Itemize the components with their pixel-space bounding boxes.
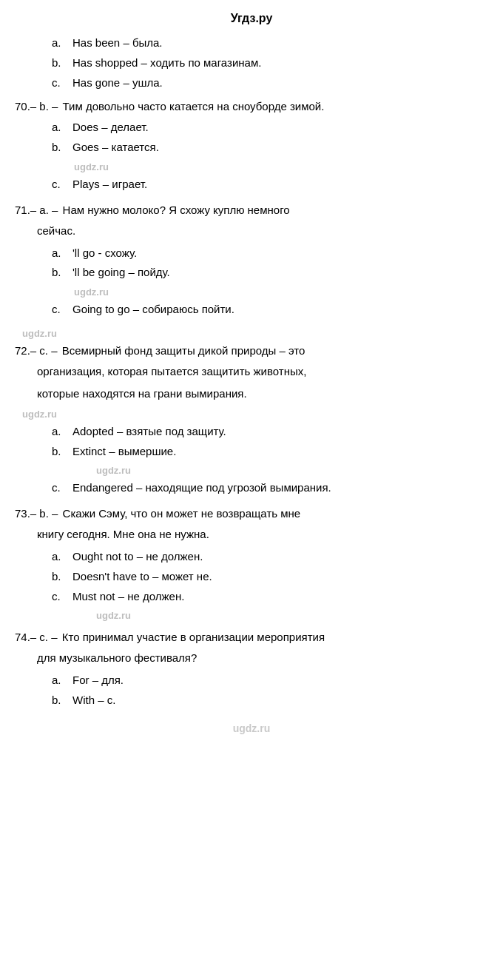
q72-options: a. Adopted – взятые под защиту. b. Extin… <box>52 423 488 497</box>
question-number: 74.– с. – <box>15 628 58 646</box>
watermark-text: ugdz.ru <box>233 722 271 734</box>
question-line: 70.– b. – Тим довольно часто катается на… <box>15 98 488 115</box>
list-item: c. Has gone – ушла. <box>52 74 488 93</box>
list-item: a. Ought not to – не должен. <box>52 548 488 566</box>
option-text: Endangered – находящие под угрозой вымир… <box>72 479 488 497</box>
option-text: Ought not to – не должен. <box>72 548 488 566</box>
list-item: c. Going to go – собираюсь пойти. <box>52 301 488 319</box>
question-line: 71.– a. – Нам нужно молоко? Я схожу купл… <box>15 201 488 219</box>
option-text: 'll go - схожу. <box>72 244 488 263</box>
option-letter: a. <box>52 118 72 137</box>
list-item: b. Goes – катается. <box>52 138 488 157</box>
option-letter: b. <box>52 54 72 73</box>
question-number: 72.– с. – <box>15 342 58 360</box>
question-continuation: организация, которая пытается защитить ж… <box>15 363 488 380</box>
q69-options: a. Has been – была. b. Has shopped – ход… <box>52 34 488 92</box>
question-74: 74.– с. – Кто принимал участие в организ… <box>15 628 488 710</box>
option-letter: a. <box>52 244 72 263</box>
watermark-text: ugdz.ru <box>22 409 57 420</box>
q74-options: a. For – для. b. With – с. <box>52 671 488 710</box>
question-continuation: книгу сегодня. Мне она не нужна. <box>15 526 488 543</box>
question-71: 71.– a. – Нам нужно молоко? Я схожу купл… <box>15 201 488 319</box>
option-text: For – для. <box>72 671 488 690</box>
option-letter: c. <box>52 301 72 319</box>
option-letter: b. <box>52 691 72 710</box>
option-letter: c. <box>52 175 72 194</box>
option-letter: c. <box>52 479 72 497</box>
question-line: 74.– с. – Кто принимал участие в организ… <box>15 628 488 646</box>
question-continuation: сейчас. <box>15 222 488 240</box>
watermark-text: ugdz.ru <box>96 465 131 476</box>
footer-watermark: ugdz.ru <box>15 722 488 742</box>
list-item: a. Adopted – взятые под защиту. <box>52 423 488 441</box>
option-letter: a. <box>52 548 72 566</box>
option-text: Has shopped – ходить по магазинам. <box>72 54 488 73</box>
watermark-text: ugdz.ru <box>74 161 109 172</box>
question-continuation: для музыкального фестиваля? <box>15 649 488 667</box>
list-item: a. Does – делает. <box>52 118 488 137</box>
list-item: a. For – для. <box>52 671 488 690</box>
question-line: 73.– b. – Скажи Сэму, что он может не во… <box>15 505 488 523</box>
list-item: a. Has been – была. <box>52 34 488 53</box>
q73-options: a. Ought not to – не должен. b. Doesn't … <box>52 548 488 621</box>
option-text: 'll be going – пойду. <box>72 264 488 282</box>
q70-options: a. Does – делает. b. Goes – катается. ug… <box>52 118 488 193</box>
question-continuation2: которые находятся на грани вымирания. <box>15 385 488 403</box>
list-item: b. Extinct – вымершие. <box>52 443 488 461</box>
option-letter: b. <box>52 264 72 282</box>
option-letter: a. <box>52 34 72 53</box>
option-letter: a. <box>52 671 72 690</box>
site-title: Угдз.ру <box>15 7 488 25</box>
question-70: 70.– b. – Тим довольно часто катается на… <box>15 98 488 193</box>
question-number: 73.– b. – <box>15 505 58 523</box>
question-number: 70.– b. – <box>15 98 58 115</box>
watermark-text: ugdz.ru <box>22 328 57 339</box>
list-item: c. Endangered – находящие под угрозой вы… <box>52 479 488 497</box>
list-item: c. Must not – не должен. <box>52 588 488 606</box>
watermark-text: ugdz.ru <box>96 610 131 621</box>
list-item: b. 'll be going – пойду. <box>52 264 488 282</box>
watermark-left: ugdz.ru <box>22 326 488 339</box>
option-text: Extinct – вымершие. <box>72 443 488 461</box>
question-number: 71.– a. – <box>15 201 58 219</box>
option-letter: a. <box>52 423 72 441</box>
option-text: Goes – катается. <box>72 138 488 157</box>
question-line: 72.– с. – Всемирный фонд защиты дикой пр… <box>15 342 488 360</box>
question-text: Тим довольно часто катается на сноуборде… <box>63 98 488 115</box>
option-letter: b. <box>52 443 72 461</box>
q71-options: a. 'll go - схожу. b. 'll be going – пой… <box>52 244 488 319</box>
option-letter: c. <box>52 588 72 606</box>
option-text: Has gone – ушла. <box>72 74 488 93</box>
list-item: b. With – с. <box>52 691 488 710</box>
question-text: Кто принимал участие в организации мероп… <box>62 628 488 646</box>
option-letter: c. <box>52 74 72 93</box>
option-text: Going to go – собираюсь пойти. <box>72 301 488 319</box>
option-letter: b. <box>52 568 72 586</box>
watermark-inline2: ugdz.ru <box>96 608 488 621</box>
option-text: Doesn't have to – может не. <box>72 568 488 586</box>
watermark-text: ugdz.ru <box>74 286 109 298</box>
list-item: b. Has shopped – ходить по магазинам. <box>52 54 488 73</box>
list-item: a. 'll go - схожу. <box>52 244 488 263</box>
option-letter: b. <box>52 138 72 157</box>
option-text: Must not – не должен. <box>72 588 488 606</box>
watermark-left2: ugdz.ru <box>22 407 488 420</box>
watermark-inline: ugdz.ru <box>74 160 488 172</box>
option-text: Does – делает. <box>72 118 488 137</box>
list-item: b. Doesn't have to – может не. <box>52 568 488 586</box>
option-text: With – с. <box>72 691 488 710</box>
watermark-inline: ugdz.ru <box>96 463 488 476</box>
option-text: Has been – была. <box>72 34 488 53</box>
question-text: Всемирный фонд защиты дикой природы – эт… <box>62 342 488 360</box>
question-73: 73.– b. – Скажи Сэму, что он может не во… <box>15 505 488 621</box>
option-text: Adopted – взятые под защиту. <box>72 423 488 441</box>
list-item: c. Plays – играет. <box>52 175 488 194</box>
question-text: Скажи Сэму, что он может не возвращать м… <box>63 505 488 523</box>
question-72: 72.– с. – Всемирный фонд защиты дикой пр… <box>15 342 488 497</box>
watermark-inline: ugdz.ru <box>74 285 488 298</box>
option-text: Plays – играет. <box>72 175 488 194</box>
question-text: Нам нужно молоко? Я схожу куплю немного <box>63 201 488 219</box>
